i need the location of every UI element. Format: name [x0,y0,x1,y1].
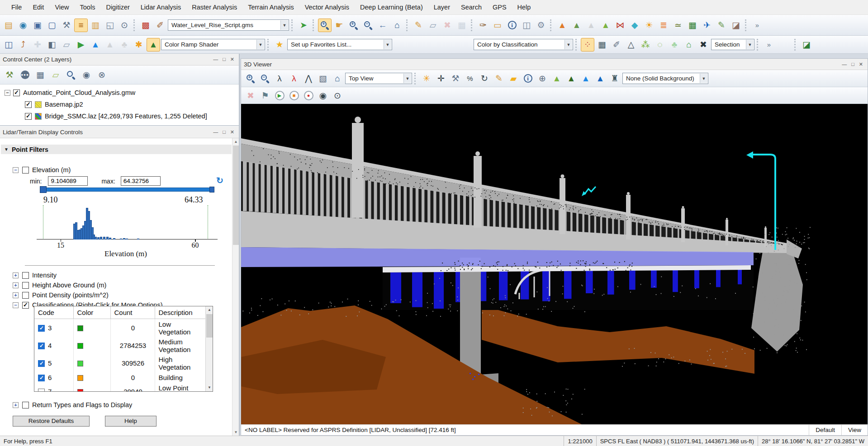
zoom-previous-icon[interactable]: ← [376,19,389,32]
filter-checkbox[interactable] [22,282,29,289]
3d-info-icon[interactable]: i [521,72,535,85]
attribute-paint-icon[interactable]: ✑ [476,19,490,32]
toolbar-overflow-chevron[interactable]: » [750,19,764,32]
3d-pick-icon[interactable]: ⊕ [536,72,549,85]
return-types-checkbox[interactable] [22,402,29,408]
full-view-home-icon[interactable]: ⌂ [390,19,404,32]
dual-view-icon[interactable]: ◫ [2,38,15,52]
animation-pause-icon[interactable]: ■ [287,89,301,102]
zoom-in-icon[interactable]: + [347,19,360,32]
zoom-out-icon[interactable]: − [361,19,375,32]
3d-delete-icon[interactable]: ✖ [244,89,257,102]
lidar-powerline-icon[interactable]: ✖ [697,38,710,52]
pin-view-icon[interactable]: ✚ [31,38,44,52]
close-layer-icon[interactable]: ⊗ [95,68,109,82]
chevron-down-icon[interactable]: ▼ [384,40,391,49]
tree-expander-icon[interactable]: + [13,292,19,298]
3d-home-icon[interactable]: ⌂ [331,72,344,85]
measure-tool-icon[interactable]: ▭ [491,19,504,32]
open-data-file-icon[interactable]: ▤ [2,19,15,32]
view-shed-sun-icon[interactable]: ☀ [642,19,656,32]
classification-row[interactable]: 42784253Medium Vegetation [34,337,206,354]
script-dropdown[interactable]: Water_Level_Rise_Script.gms▼ [168,19,289,31]
water-drop-analysis-icon[interactable]: ◆ [628,19,641,32]
class-checkbox[interactable] [38,360,45,367]
rebuild-script-icon[interactable]: ▩ [139,19,152,32]
vertical-exaggeration-icon[interactable]: % [463,72,477,85]
minimize-icon[interactable]: — [213,129,218,135]
refresh-histogram-icon[interactable]: ↻ [216,175,223,186]
panel-scrollbar[interactable]: ▲ ▼ [232,138,239,436]
run-script-icon[interactable]: ➤ [297,19,310,32]
search-vector-data-icon[interactable]: ◫ [520,19,533,32]
terrain-grid-icon[interactable]: ▲ [599,19,612,32]
tab-default[interactable]: Default [809,425,841,435]
color-by-classification-icon[interactable]: ⁘ [581,38,594,52]
menu-tools[interactable]: Tools [75,1,100,14]
maximize-icon[interactable]: □ [223,129,226,135]
restore-defaults-button[interactable]: Restore Defaults [13,416,90,427]
favorites-star-icon[interactable]: ★ [273,38,286,52]
scroll-up-icon[interactable]: ▲ [232,138,239,145]
menu-gps[interactable]: GPS [488,1,512,14]
close-icon[interactable]: ✕ [859,61,863,67]
control-center-icon[interactable]: ≡ [74,19,88,32]
tab-view[interactable]: View [841,425,868,435]
filter-checkbox[interactable] [22,302,29,309]
chevron-down-icon[interactable]: ▼ [403,74,411,83]
lidar-vegetation-icon[interactable]: ♣ [668,38,681,52]
path-profile-icon[interactable]: ▶ [74,38,88,52]
3d-fence-diagram-icon[interactable]: ⚑ [258,89,272,102]
scroll-up-icon[interactable]: ▲ [206,306,213,314]
menu-search[interactable]: Search [456,1,487,14]
classification-row[interactable]: 30Low Vegetation [34,319,206,337]
tree-expander-icon[interactable]: + [13,282,19,288]
classification-table[interactable]: CodeColorCountDescription30Low Vegetatio… [34,306,213,392]
lidar-toolbar-icon[interactable]: ▲ [89,38,102,52]
scroll-thumb[interactable] [233,146,239,245]
3d-terrain-dark-icon[interactable]: ▲ [564,72,578,85]
crosshair-icon[interactable]: ✛ [434,72,448,85]
column-header-description[interactable]: Description [155,306,206,319]
feature-info-icon[interactable]: i [505,19,519,32]
layer-visibility-checkbox[interactable] [25,101,32,108]
slider-track[interactable] [43,188,212,192]
close-icon[interactable]: ✕ [230,56,234,62]
3d-zoom-out-icon[interactable]: − [258,72,272,85]
menu-digitizer[interactable]: Digitizer [101,1,134,14]
toolbar-overflow-chevron[interactable]: » [762,38,776,52]
class-checkbox[interactable] [38,375,45,381]
elevation-filter-checkbox[interactable] [22,167,29,174]
expand-return-types-icon[interactable]: + [13,402,19,408]
terrain-color-ramp-icon[interactable]: ▲ [555,19,569,32]
screen-capture-camera-icon[interactable]: ⊙ [118,19,131,32]
pan-hand-icon[interactable]: ☛ [332,19,346,32]
menu-terrain-analysis[interactable]: Terrain Analysis [243,1,299,14]
terrain-paint-icon[interactable]: ✎ [715,19,728,32]
help-button[interactable]: Help [105,416,157,427]
class-checkbox[interactable] [38,389,45,392]
menu-lidar-analysis[interactable]: Lidar Analysis [136,1,186,14]
script-editor-icon[interactable]: ✐ [153,19,167,32]
tree-expander-icon[interactable]: − [13,302,19,308]
point-cloud-viewport[interactable] [241,104,868,424]
terrain-flatten-icon[interactable]: ≃ [671,19,685,32]
terrain-fade-icon[interactable]: ▲ [584,19,598,32]
scroll-down-icon[interactable]: ▼ [232,429,239,436]
record-video-icon[interactable]: ◉ [316,89,330,102]
watershed-icon[interactable]: ⋈ [613,19,627,32]
lidar-compare-icon[interactable]: ▲ [103,38,117,52]
crop-layer-icon[interactable]: ▱ [49,68,62,82]
minimize-icon[interactable]: — [842,61,847,67]
3d-lidar-a-icon[interactable]: ▲ [579,72,593,85]
layer-tree-row[interactable]: Bridge_SSMC.laz [42,269,793 Features, 1,… [0,110,239,122]
auto-classify-star-icon[interactable]: ✱ [132,38,146,52]
3d-lidar-b-icon[interactable]: ▲ [593,72,607,85]
fly-through-icon[interactable]: ✈ [700,19,714,32]
selection-dropdown[interactable]: Selection▼ [711,39,754,50]
zoom-tool-icon[interactable]: + [318,19,332,32]
lidar-ground-classify-icon[interactable]: ⁂ [639,38,652,52]
layer-visibility-checkbox[interactable] [13,89,20,96]
draw-box-icon[interactable]: ▱ [60,38,73,52]
animation-record-icon[interactable]: ● [302,89,315,102]
